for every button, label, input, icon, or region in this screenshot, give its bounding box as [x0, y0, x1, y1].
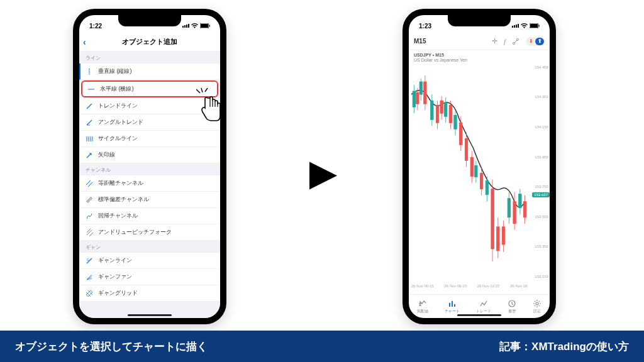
chart-header: M15 ✛ f ⬇⬆ — [409, 33, 550, 50]
list-item-label: ギャングリッド — [98, 289, 138, 297]
svg-rect-1 — [201, 24, 208, 28]
pitchfork-icon — [86, 229, 93, 236]
section-header-gann: ギャン — [79, 241, 220, 253]
footer-caption: オブジェクトを選択してチャートに描く — [15, 339, 208, 354]
list-item-regression[interactable]: 回帰チャンネル — [79, 208, 220, 224]
chart-area[interactable]: 154.450 154.350 154.150 153.950 153.750 … — [409, 63, 550, 294]
list-item-arrow-line[interactable]: 矢印線 — [79, 147, 220, 163]
svg-rect-12 — [530, 24, 538, 28]
list-item-cycleline[interactable]: サイクルライン — [79, 131, 220, 147]
object-icon[interactable] — [512, 38, 519, 45]
list-item-gannline[interactable]: G ギャンライン — [79, 253, 220, 269]
transition-arrow — [303, 157, 341, 197]
svg-rect-2 — [209, 25, 210, 27]
svg-rect-42 — [440, 101, 443, 113]
svg-rect-22 — [431, 101, 433, 119]
list-item-label: トレンドライン — [98, 102, 138, 110]
nav-quotes[interactable]: 気配値 — [417, 299, 428, 314]
list-item-stddev[interactable]: 標準偏差チャンネル — [79, 192, 220, 208]
svg-rect-24 — [445, 102, 447, 116]
buy-sell-toggle[interactable]: ⬇⬆ — [526, 37, 545, 46]
footer-source: 記事：XMTradingの使い方 — [499, 339, 629, 354]
list-item-angletrend[interactable]: アングルトレンド — [79, 114, 220, 131]
list-item-equidistant[interactable]: 等距離チャンネル — [79, 175, 220, 192]
svg-rect-34 — [519, 194, 521, 208]
list-item-horizontal-line[interactable]: 水平線 (横線) — [81, 80, 218, 97]
svg-rect-52 — [480, 173, 482, 189]
angle-trend-icon — [86, 119, 93, 126]
home-indicator — [457, 314, 501, 316]
horizontal-line-icon — [87, 85, 95, 93]
svg-rect-63 — [449, 303, 450, 307]
svg-rect-54 — [491, 189, 494, 248]
chart-info: USDJPY • M15 US Dollar vs Japanese Yen — [409, 50, 550, 63]
indicator-icon[interactable]: f — [504, 38, 506, 45]
list-item-label: ギャンライン — [98, 256, 132, 265]
stddev-icon — [86, 196, 93, 204]
svg-rect-38 — [424, 82, 426, 104]
svg-rect-64 — [452, 301, 453, 307]
svg-rect-13 — [539, 25, 540, 27]
svg-rect-46 — [460, 123, 462, 145]
list-item-label: 水平線 (横線) — [100, 85, 134, 93]
page-title: オブジェクト追加 — [122, 37, 177, 47]
back-button[interactable]: ‹ — [83, 37, 86, 47]
status-time: 1:22 — [89, 23, 102, 30]
list-item-gannfan[interactable]: ギャンファン — [79, 269, 220, 285]
list-item-label: 回帰チャンネル — [98, 212, 138, 220]
nav-trade[interactable]: トレード — [476, 299, 491, 314]
chart-desc: US Dollar vs Japanese Yen — [414, 58, 545, 63]
svg-marker-10 — [309, 162, 337, 190]
header: ‹ オブジェクト追加 — [79, 33, 220, 52]
list-item-trendline[interactable]: トレンドライン — [79, 98, 220, 114]
candlestick-chart — [411, 66, 528, 280]
equidistant-icon — [86, 180, 93, 187]
timeframe-label[interactable]: M15 — [414, 38, 426, 45]
list-item-ganngrid[interactable]: ギャングリッド — [79, 285, 220, 302]
status-indicators — [182, 23, 210, 28]
svg-rect-62 — [523, 202, 526, 217]
list-item-label: ギャンファン — [98, 273, 132, 281]
svg-rect-32 — [508, 199, 510, 217]
trendline-icon — [86, 102, 93, 110]
svg-rect-48 — [465, 138, 467, 160]
svg-text:G: G — [87, 258, 89, 261]
svg-rect-28 — [475, 165, 477, 177]
gann-line-icon: G — [86, 257, 93, 265]
y-axis: 154.450 154.350 154.150 153.950 153.750 … — [530, 63, 548, 280]
wifi-icon — [521, 23, 528, 28]
phone-right: 1:23 M15 ✛ f ⬇⬆ USDJ — [402, 9, 556, 324]
svg-rect-18 — [413, 91, 415, 107]
wifi-icon — [191, 23, 198, 28]
svg-rect-50 — [470, 157, 473, 176]
svg-rect-56 — [497, 227, 499, 251]
object-list: ライン 垂直線 (縦線) 水平線 (横線) トレンドライン アングルトレンド — [79, 52, 220, 318]
svg-rect-30 — [486, 180, 488, 194]
section-header-line: ライン — [79, 52, 220, 63]
list-item-pitchfork[interactable]: アンドリューピッチフォーク — [79, 224, 220, 241]
nav-settings[interactable]: 設定 — [533, 299, 541, 314]
svg-rect-20 — [419, 82, 422, 94]
svg-line-5 — [87, 104, 92, 109]
gann-grid-icon — [86, 290, 93, 297]
list-item-label: アンドリューピッチフォーク — [98, 228, 172, 236]
nav-history[interactable]: 履歴 — [508, 299, 516, 314]
battery-icon — [200, 23, 210, 28]
list-item-vertical-line[interactable]: 垂直線 (縦線) — [79, 63, 220, 80]
status-indicators — [512, 23, 540, 28]
list-item-label: アングルトレンド — [98, 118, 143, 126]
list-item-label: 等距離チャンネル — [98, 179, 143, 187]
svg-rect-36 — [416, 92, 419, 104]
crosshair-icon[interactable]: ✛ — [492, 37, 497, 45]
regression-icon — [86, 212, 93, 220]
notch — [118, 15, 181, 26]
battery-icon — [530, 23, 540, 28]
notch — [448, 15, 511, 26]
svg-rect-40 — [436, 105, 438, 123]
chart-symbol: USDJPY • M15 — [414, 53, 545, 58]
nav-chart[interactable]: チャート — [445, 299, 460, 314]
vertical-line-icon — [86, 68, 93, 75]
x-axis: 26 Nov 00:15 26 Nov 06:15 26 Nov 12:15 2… — [411, 284, 528, 288]
footer-bar: オブジェクトを選択してチャートに描く 記事：XMTradingの使い方 — [0, 331, 644, 362]
svg-rect-26 — [454, 115, 457, 129]
